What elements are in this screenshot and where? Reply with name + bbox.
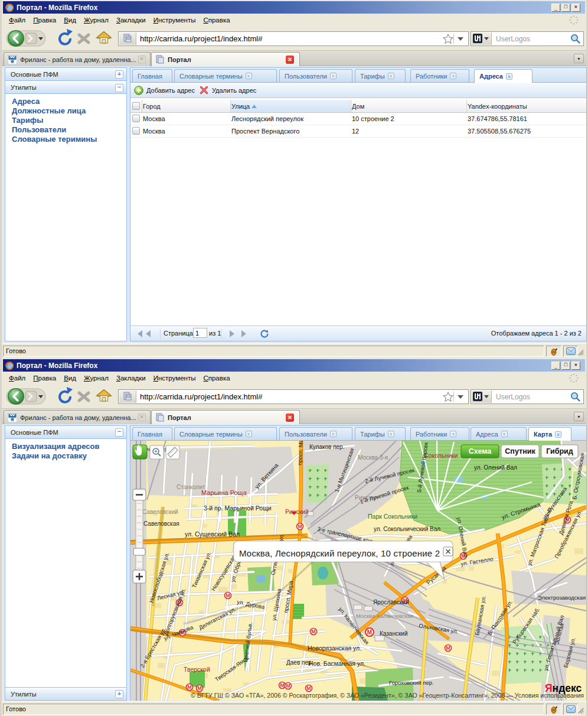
svg-text:3-й пр. Марьиной Рощи: 3-й пр. Марьиной Рощи bbox=[204, 505, 272, 512]
svg-text:Яндекс: Яндекс bbox=[545, 682, 582, 694]
svg-text:Гороховский пер.: Гороховский пер. bbox=[389, 679, 434, 686]
svg-text:Москва, Леснорядский переулок,: Москва, Леснорядский переулок, 10 строен… bbox=[239, 548, 440, 558]
svg-text:2-й Лучевой просек: 2-й Лучевой просек bbox=[364, 467, 416, 484]
svg-text:Нов. Басманная ул.: Нов. Басманная ул. bbox=[309, 660, 365, 667]
svg-text:просп. Мира: просп. Мира bbox=[296, 441, 305, 466]
svg-text:Ярославский: Ярославский bbox=[373, 599, 409, 606]
svg-text:Парк Сокольники: Парк Сокольники bbox=[368, 513, 417, 520]
svg-text:Москва-Каланчевская: Москва-Каланчевская bbox=[356, 613, 413, 619]
svg-text:ул. Дурова: ул. Дурова bbox=[237, 598, 266, 610]
svg-text:Савеловский: Савеловский bbox=[142, 509, 178, 515]
svg-text:ул. Щепкина: ул. Щепкина bbox=[270, 588, 282, 621]
svg-text:Даев пер: Даев пер bbox=[286, 659, 312, 666]
svg-text:Марьина Роща: Марьина Роща bbox=[201, 489, 247, 496]
svg-text:ул. Олений Вал: ул. Олений Вал bbox=[456, 516, 469, 558]
svg-text:Боровая ул.: Боровая ул. bbox=[562, 637, 576, 669]
svg-text:Тихвинская ул.: Тихвинская ул. bbox=[191, 551, 213, 589]
svg-text:Рубцовская наб.: Рубцовская наб. bbox=[511, 606, 541, 645]
svg-text:Рижский: Рижский bbox=[285, 509, 309, 515]
svg-text:2-я Брестская ул.: 2-я Брестская ул. bbox=[139, 626, 167, 669]
svg-text:Гибрид: Гибрид bbox=[546, 447, 573, 455]
svg-text:Б. Почтовая ул.: Б. Почтовая ул. bbox=[486, 599, 514, 637]
svg-text:ул. Олений Вал: ул. Олений Вал bbox=[474, 464, 517, 471]
svg-text:Тверской: Тверской bbox=[184, 666, 210, 673]
svg-text:ул. Сокольнический Вал: ул. Сокольнический Вал bbox=[374, 526, 440, 532]
svg-text:Новорязанская ул.: Новорязанская ул. bbox=[308, 645, 361, 652]
svg-text:Кулаков пер.: Кулаков пер. bbox=[309, 444, 344, 450]
svg-text:Схема: Схема bbox=[469, 447, 492, 455]
svg-text:Делегатская ул.: Делегатская ул. bbox=[198, 606, 237, 630]
svg-text:ул. Стромынка: ул. Стромынка bbox=[501, 501, 541, 520]
svg-text:1-я Мытищинская: 1-я Мытищинская bbox=[334, 447, 355, 493]
svg-text:Тверская-Ямск.: Тверская-Ямск. bbox=[214, 654, 250, 682]
svg-text:Спутник: Спутник bbox=[505, 447, 535, 455]
svg-text:ул. Сущевский Вал: ул. Сущевский Вал bbox=[185, 531, 240, 538]
svg-text:Электрозаводская: Электрозаводская bbox=[538, 594, 586, 601]
svg-text:ул. Каланчевская: ул. Каланчевская bbox=[337, 606, 370, 645]
svg-text:© ВГТУ ГШ © ЗАО «ТГА», 2006 ©: © ВГТУ ГШ © ЗАО «ТГА», 2006 © Роскартогр… bbox=[191, 692, 584, 699]
svg-text:Савеловская: Савеловская bbox=[143, 520, 179, 527]
svg-text:ул. Веткина: ул. Веткина bbox=[253, 462, 279, 490]
svg-text:Бауманская ул.: Бауманская ул. bbox=[473, 595, 487, 636]
svg-text:Б. Остроумовская: Б. Остроумовская bbox=[571, 453, 586, 500]
svg-text:просп. Мира: просп. Мира bbox=[282, 580, 294, 613]
svg-text:Сокольники: Сокольники bbox=[424, 452, 458, 459]
svg-text:5-й Лучевой просек: 5-й Лучевой просек bbox=[416, 441, 429, 493]
svg-text:Казанский: Казанский bbox=[380, 630, 408, 637]
svg-text:Москва 3-я: Москва 3-я bbox=[358, 454, 388, 461]
svg-text:Ольховская ул.: Ольховская ул. bbox=[419, 622, 459, 634]
